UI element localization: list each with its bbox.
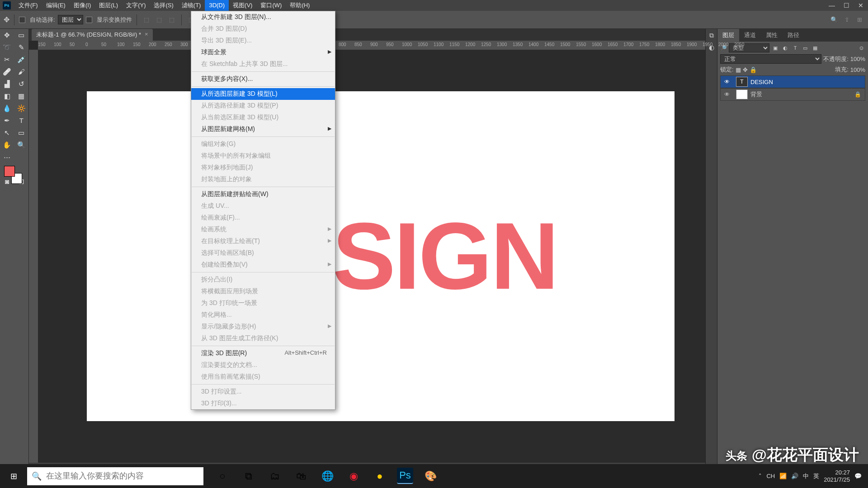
show-transform-checkbox[interactable]	[86, 17, 92, 23]
fill-value[interactable]: 100%	[850, 66, 865, 73]
menu-编辑[interactable]: 编辑(E)	[42, 0, 70, 11]
menu-窗口[interactable]: 窗口(W)	[256, 0, 286, 11]
menu-item[interactable]: 渲染 3D 图层(R)Alt+Shift+Ctrl+R	[191, 347, 335, 359]
app-icon[interactable]: 🎨	[418, 464, 443, 488]
align-right-icon[interactable]: ⬚	[167, 15, 177, 25]
blend-mode-dropdown[interactable]: 正常	[720, 54, 821, 64]
menu-文字[interactable]: 文字(Y)	[122, 0, 150, 11]
color-swatches[interactable]	[0, 163, 28, 185]
network-icon[interactable]: 📶	[779, 473, 787, 479]
ime-indicator[interactable]: 中	[803, 472, 809, 480]
file-explorer-icon[interactable]: 🗂	[262, 464, 288, 488]
marquee-tool[interactable]: ▭	[14, 29, 29, 41]
menu-图层[interactable]: 图层(L)	[95, 0, 122, 11]
close-button[interactable]: ✕	[854, 2, 868, 9]
notification-icon[interactable]: 💬	[854, 473, 862, 479]
menu-item[interactable]: 球面全景▶	[191, 47, 335, 58]
filter-smart-icon[interactable]: ▦	[811, 44, 819, 52]
gradient-tool[interactable]: ▦	[14, 90, 29, 102]
path-tool[interactable]: ↖	[0, 127, 14, 139]
menu-图像[interactable]: 图像(I)	[70, 0, 95, 11]
menu-item[interactable]: 从图层新建拼贴绘画(W)	[191, 188, 335, 200]
brush-tool[interactable]: 🖌	[14, 66, 29, 78]
history-brush-tool[interactable]: ↺	[14, 78, 29, 90]
type-tool[interactable]: T	[14, 114, 29, 127]
tray-up-icon[interactable]: ˄	[759, 473, 762, 479]
auto-select-checkbox[interactable]	[19, 17, 25, 23]
lock-all-icon[interactable]: 🔒	[750, 66, 757, 73]
ime-indicator[interactable]: CH	[766, 473, 775, 479]
document-tab[interactable]: 未标题-1 @ 66.7% (DESIGN, RGB/8#) * ×	[32, 29, 153, 41]
taskbar-search[interactable]: 🔍	[27, 467, 203, 485]
layer-row[interactable]: 👁TDESIGN	[720, 75, 865, 88]
search-input[interactable]	[46, 471, 199, 481]
filter-type-icon[interactable]: T	[791, 44, 799, 52]
dodge-tool[interactable]: 🔆	[14, 102, 29, 114]
foreground-color[interactable]	[4, 166, 15, 177]
task-view-icon[interactable]: ⧉	[236, 464, 261, 488]
tab-layers[interactable]: 图层	[717, 29, 739, 42]
menu-item[interactable]: 从所选图层新建 3D 模型(L)	[191, 88, 335, 100]
edit-toolbar[interactable]: ⋯	[0, 151, 14, 163]
crop-tool[interactable]: ✂	[0, 53, 14, 66]
filter-toggle[interactable]: ⊙	[857, 44, 865, 52]
search-icon[interactable]: 🔍	[829, 15, 839, 25]
eyedropper-tool[interactable]: 💉	[14, 53, 29, 66]
history-panel-icon[interactable]: ⧉	[709, 32, 714, 39]
align-left-icon[interactable]: ⬚	[142, 15, 151, 25]
filter-pixel-icon[interactable]: ▣	[771, 44, 779, 52]
tab-close-icon[interactable]: ×	[145, 31, 148, 39]
quick-select-tool[interactable]: ✎	[14, 41, 29, 53]
start-button[interactable]: ⊞	[0, 471, 27, 481]
photoshop-taskbar-icon[interactable]: Ps	[397, 468, 413, 484]
opacity-value[interactable]: 100%	[850, 56, 865, 62]
move-tool[interactable]: ✥	[0, 29, 14, 41]
share-icon[interactable]: ⇪	[842, 15, 852, 25]
auto-select-dropdown[interactable]: 图层	[58, 15, 83, 24]
tab-properties[interactable]: 属性	[761, 29, 783, 42]
lock-pixels-icon[interactable]: ▦	[736, 66, 741, 73]
menu-item[interactable]: 从文件新建 3D 图层(N)...	[191, 11, 335, 23]
filter-shape-icon[interactable]: ▭	[801, 44, 809, 52]
shape-tool[interactable]: ▭	[14, 127, 29, 139]
clock[interactable]: 20:27 2021/7/25	[824, 469, 850, 483]
menu-文件[interactable]: 文件(F)	[14, 0, 42, 11]
zoom-tool[interactable]: 🔍	[14, 139, 29, 151]
align-center-icon[interactable]: ⬚	[154, 15, 164, 25]
lock-position-icon[interactable]: ✥	[743, 66, 748, 73]
filter-adjust-icon[interactable]: ◐	[781, 44, 789, 52]
menu-滤镜[interactable]: 滤镜(T)	[178, 0, 205, 11]
ime-indicator[interactable]: 英	[813, 472, 819, 480]
visibility-toggle[interactable]: 👁	[721, 91, 733, 98]
layer-row[interactable]: 👁背景🔒	[720, 88, 865, 101]
blur-tool[interactable]: 💧	[0, 102, 14, 114]
menu-帮助[interactable]: 帮助(H)	[286, 0, 314, 11]
stamp-tool[interactable]: ▟	[0, 78, 14, 90]
minimize-button[interactable]: —	[825, 2, 839, 9]
pen-tool[interactable]: ✒	[0, 114, 14, 127]
system-tray[interactable]: ˄ CH 📶 🔊 中 英 20:27 2021/7/25 💬	[759, 469, 868, 483]
canvas[interactable]: DESIGN	[87, 91, 675, 421]
store-icon[interactable]: 🛍	[288, 464, 314, 488]
app-icon[interactable]: ●	[367, 464, 392, 488]
healing-tool[interactable]: 🩹	[0, 66, 14, 78]
menu-item[interactable]: 获取更多内容(X)...	[191, 73, 335, 85]
browser-icon[interactable]: 🌐	[315, 464, 340, 488]
canvas-viewport[interactable]: DESIGN	[38, 50, 705, 463]
tab-paths[interactable]: 路径	[783, 29, 804, 42]
menu-item[interactable]: 从图层新建网格(M)▶	[191, 123, 335, 135]
eraser-tool[interactable]: ◧	[0, 90, 14, 102]
visibility-toggle[interactable]: 👁	[721, 79, 733, 85]
menu-item: 创建绘图叠加(V)▶	[191, 259, 335, 271]
cortana-icon[interactable]: ○	[210, 464, 235, 488]
menu-视图[interactable]: 视图(V)	[229, 0, 256, 11]
volume-icon[interactable]: 🔊	[791, 473, 798, 479]
maximize-button[interactable]: ☐	[839, 2, 854, 9]
tab-channels[interactable]: 通道	[739, 29, 761, 42]
lasso-tool[interactable]: ➰	[0, 41, 14, 53]
hand-tool[interactable]: ✋	[0, 139, 14, 151]
netease-icon[interactable]: ◉	[341, 464, 366, 488]
menu-选择[interactable]: 选择(S)	[150, 0, 177, 11]
menu-3D[interactable]: 3D(D)	[205, 0, 229, 11]
arrange-icon[interactable]: ⊞	[854, 15, 864, 25]
